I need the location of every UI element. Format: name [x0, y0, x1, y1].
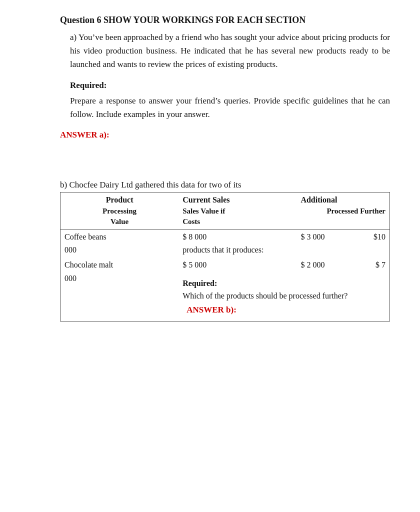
table-wrapper: Product Processing Value Current Sales S… [60, 192, 390, 322]
data-table: Product Processing Value Current Sales S… [60, 192, 390, 321]
table-row: Chocolate malt $ 5 000 $ 2 000 $ 7 [60, 258, 390, 272]
processed-further-cell: $ 7 [354, 258, 390, 272]
answer-b-label: ANSWER b): [182, 304, 386, 319]
required-b-label: Required: [182, 275, 386, 290]
sales-value-cell: $ 2 000 [296, 258, 354, 272]
overflow-text-cell: products that it produces: [178, 244, 390, 258]
question-title: Question 6 SHOW YOUR WORKINGS FOR EACH S… [60, 15, 390, 26]
processing-value-cell: $ 8 000 [178, 229, 296, 244]
required-a-text: Prepare a response to answer your friend… [70, 94, 390, 121]
table-row: Coffee beans $ 8 000 $ 3 000 $10 [60, 229, 390, 244]
col-product-header: Product Processing Value [60, 192, 178, 229]
part-a-label: a) [70, 32, 76, 42]
overflow-row-2: 000 Required: Which of the products shou… [60, 273, 390, 321]
sales-value-cell: $ 3 000 [296, 229, 354, 244]
part-b-section: b) Chocfee Dairy Ltd gathered this data … [60, 180, 390, 322]
overflow-cell: 000 [60, 244, 178, 258]
required-b-text: Which of the products should be processe… [182, 290, 386, 304]
col-additional-header: Additional Processed Further [296, 192, 390, 229]
answer-a-label: ANSWER a): [60, 130, 390, 140]
table-header-row: Product Processing Value Current Sales S… [60, 192, 390, 229]
part-a-text: a) You’ve been approached by a friend wh… [70, 30, 390, 72]
col-current-header: Current Sales Sales Value if Costs [178, 192, 296, 229]
product-cell: Coffee beans [60, 229, 178, 244]
required-a-label: Required: [70, 78, 390, 92]
product-cell: Chocolate malt [60, 258, 178, 272]
processed-further-cell: $10 [354, 229, 390, 244]
processing-value-cell: $ 5 000 [178, 258, 296, 272]
overflow2-cell: 000 [60, 273, 178, 321]
overflow-row: 000 products that it produces: [60, 244, 390, 258]
part-b-intro: b) Chocfee Dairy Ltd gathered this data … [60, 180, 390, 190]
part-a-body: You’ve been approached by a friend who h… [70, 32, 390, 69]
part-a-section: a) You’ve been approached by a friend wh… [70, 30, 390, 121]
required-b-cell: Required: Which of the products should b… [178, 273, 390, 321]
